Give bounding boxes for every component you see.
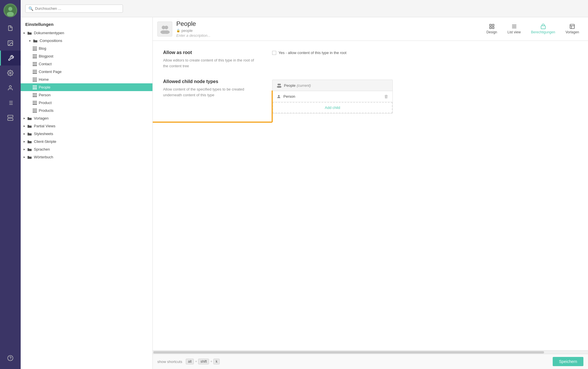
tab-list-view[interactable]: List view <box>503 22 525 36</box>
add-child-link[interactable]: Add child <box>325 105 340 110</box>
tab-berechtigungen-label: Berechtigungen <box>531 30 555 34</box>
tree-label-partial-views: Partial Views <box>34 124 150 128</box>
tree-arrow-vorlagen: ► <box>23 117 27 120</box>
sidebar-item-worterbuch[interactable]: ► Wörterbuch <box>21 153 152 161</box>
sidebar-item-blogpost[interactable]: Blogpost <box>21 52 152 60</box>
sidebar-item-dokumententypen[interactable]: ► Dokumententypen <box>21 29 152 37</box>
sidebar-header: Einstellungen <box>21 17 152 29</box>
tree-arrow-partial-views: ► <box>23 124 27 128</box>
horizontal-scrollbar[interactable] <box>153 350 588 354</box>
tree-arrow-compositions: ► <box>29 39 33 42</box>
sidebar-item-person[interactable]: Person <box>21 91 152 99</box>
svg-rect-14 <box>8 118 13 120</box>
doctype-icon <box>33 93 37 97</box>
svg-point-22 <box>164 30 170 34</box>
svg-rect-13 <box>8 115 13 117</box>
search-box[interactable]: 🔍 <box>25 5 123 13</box>
add-child-row[interactable]: Add child <box>272 102 392 113</box>
svg-point-4 <box>9 42 10 43</box>
sidebar-scroll[interactable]: ► Dokumententypen► Compositions Blog Blo… <box>21 29 152 369</box>
svg-rect-30 <box>541 26 545 29</box>
panel-content: Allow as root Allow editors to create co… <box>153 41 588 350</box>
folder-icon <box>27 116 32 120</box>
svg-rect-24 <box>492 24 494 26</box>
right-panel: People 🔒 people Enter a description... D… <box>153 17 588 369</box>
tree-arrow-dokumententypen: ► <box>23 31 27 34</box>
sidebar-item-sprachen[interactable]: ► Sprachen <box>21 145 152 153</box>
tab-design[interactable]: Design <box>482 22 501 36</box>
panel-header: People 🔒 people Enter a description... D… <box>153 17 588 41</box>
search-icon: 🔍 <box>28 6 33 11</box>
tree-label-home: Home <box>39 77 150 82</box>
panel-alias: 🔒 people <box>176 28 476 33</box>
panel-title: People <box>176 20 476 28</box>
panel-title-area: People 🔒 people Enter a description... <box>176 20 476 38</box>
sidebar-item-people[interactable]: People <box>21 83 152 91</box>
tree-label-dokumententypen: Dokumententypen <box>34 31 150 35</box>
sidebar-item-product[interactable]: Product <box>21 99 152 107</box>
sidebar: Einstellungen ► Dokumententypen► Composi… <box>21 17 153 369</box>
nav-list[interactable] <box>0 95 21 110</box>
folder-icon <box>27 124 32 128</box>
tree-label-client-skripte: Client-Skripte <box>34 139 150 144</box>
sidebar-item-home[interactable]: Home <box>21 76 152 83</box>
user-avatar[interactable] <box>3 3 17 17</box>
tree-label-contact: Contact <box>39 62 150 66</box>
sidebar-item-contact[interactable]: Contact <box>21 60 152 68</box>
top-bar: 🔍 <box>21 0 588 17</box>
tab-vorlagen-label: Vorlagen <box>566 30 579 34</box>
folder-icon <box>27 140 32 144</box>
nav-document[interactable] <box>0 21 21 36</box>
sidebar-item-products[interactable]: Products <box>21 107 152 114</box>
sidebar-item-vorlagen[interactable]: ► Vorlagen <box>21 114 152 122</box>
search-input[interactable] <box>35 6 120 11</box>
allow-root-checkbox-row[interactable]: Yes - allow content of this type in the … <box>272 51 578 55</box>
tree-label-compositions: Compositions <box>40 39 150 43</box>
tree-label-content-page: Content Page <box>39 70 150 74</box>
allow-root-label: Yes - allow content of this type in the … <box>278 51 347 55</box>
nav-gear[interactable] <box>0 66 21 80</box>
allow-as-root-desc: Allow editors to create content of this … <box>163 57 255 69</box>
doctype-icon <box>33 101 37 105</box>
nav-users[interactable] <box>0 80 21 95</box>
scrollbar-thumb[interactable] <box>153 351 544 353</box>
tab-berechtigungen[interactable]: Berechtigungen <box>527 22 560 36</box>
sidebar-item-compositions[interactable]: ► Compositions <box>21 37 152 45</box>
nav-settings[interactable] <box>0 51 21 66</box>
nav-server[interactable] <box>0 110 21 125</box>
svg-point-38 <box>278 95 279 96</box>
panel-type-icon <box>157 22 172 36</box>
doctype-icon <box>33 62 37 66</box>
nav-media[interactable] <box>0 36 21 51</box>
nav-help[interactable] <box>0 351 21 366</box>
tab-vorlagen[interactable]: Vorlagen <box>561 22 583 36</box>
folder-icon <box>27 155 32 159</box>
panel-tabs: Design List view Berechtigungen <box>476 22 583 36</box>
folder-icon <box>27 132 32 136</box>
allowed-child-section: Allowed child node types Allow content o… <box>163 79 578 114</box>
folder-icon <box>33 39 38 43</box>
svg-point-6 <box>9 86 11 88</box>
tree-label-stylesheets: Stylesheets <box>34 132 150 136</box>
sidebar-item-stylesheets[interactable]: ► Stylesheets <box>21 130 152 138</box>
svg-point-34 <box>278 84 279 85</box>
save-button[interactable]: Speichern <box>553 357 583 366</box>
tree-arrow-worterbuch: ► <box>23 155 27 159</box>
sidebar-item-client-skripte[interactable]: ► Client-Skripte <box>21 138 152 145</box>
svg-point-5 <box>9 72 11 74</box>
panel-description[interactable]: Enter a description... <box>176 33 476 38</box>
delete-person-button[interactable]: 🗑 <box>384 94 388 99</box>
plus-1: + <box>195 360 197 364</box>
sidebar-item-content-page[interactable]: Content Page <box>21 68 152 76</box>
tree-label-product: Product <box>39 101 150 105</box>
plus-2: + <box>210 360 212 364</box>
svg-rect-31 <box>570 24 575 29</box>
current-node-label: People <box>284 83 295 88</box>
child-nodes-title: Allowed child node types <box>163 79 255 84</box>
tree-label-products: Products <box>39 108 150 113</box>
tree-label-person: Person <box>39 93 150 97</box>
sidebar-item-partial-views[interactable]: ► Partial Views <box>21 122 152 130</box>
allow-root-checkbox[interactable] <box>272 51 276 55</box>
current-node-indicator: (current) <box>297 83 311 88</box>
sidebar-item-blog[interactable]: Blog <box>21 45 152 52</box>
